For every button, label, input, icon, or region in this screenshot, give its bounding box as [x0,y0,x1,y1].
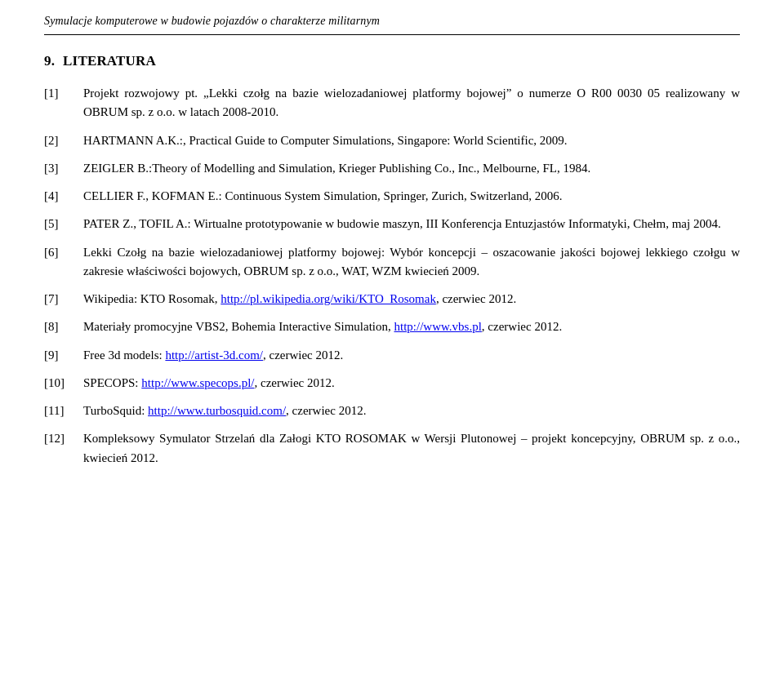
ref-content-8: Materiały promocyjne VBS2, Bohemia Inter… [83,317,740,336]
ref-content-4: CELLIER F., KOFMAN E.: Continuous System… [83,187,740,206]
ref-number-10: [10] [44,374,83,393]
reference-item-4: [4] CELLIER F., KOFMAN E.: Continuous Sy… [44,187,740,206]
ref-11-link[interactable]: http://www.turbosquid.com/ [148,404,286,417]
reference-item-7: [7] Wikipedia: KTO Rosomak, http://pl.wi… [44,290,740,308]
ref-number-7: [7] [44,290,83,308]
ref-content-2: HARTMANN A.K.:, Practical Guide to Compu… [83,131,740,150]
ref-number-8: [8] [44,317,83,336]
ref-10-after: , czerwiec 2012. [254,376,334,389]
ref-7-before: Wikipedia: KTO Rosomak, [83,292,220,305]
ref-content-7: Wikipedia: KTO Rosomak, http://pl.wikipe… [83,290,740,308]
ref-7-link[interactable]: http://pl.wikipedia.org/wiki/KTO_Rosomak [220,292,436,305]
ref-content-1: Projekt rozwojowy pt. „Lekki czołg na ba… [83,84,740,122]
reference-item-11: [11] TurboSquid: http://www.turbosquid.c… [44,402,740,420]
references-list: [1] Projekt rozwojowy pt. „Lekki czołg n… [44,84,740,468]
reference-item-9: [9] Free 3d models: http://artist-3d.com… [44,346,740,365]
ref-content-9: Free 3d models: http://artist-3d.com/, c… [83,346,740,365]
ref-content-12: Kompleksowy Symulator Strzelań dla Załog… [83,429,740,468]
ref-number-5: [5] [44,215,83,233]
ref-number-11: [11] [44,402,83,420]
ref-number-4: [4] [44,187,83,206]
section-title: 9.LITERATURA [44,53,740,69]
section-label: LITERATURA [63,53,156,69]
ref-number-6: [6] [44,243,83,262]
reference-item-5: [5] PATER Z., TOFIL A.: Wirtualne protot… [44,215,740,233]
ref-11-after: , czerwiec 2012. [286,404,366,417]
ref-number-1: [1] [44,84,83,103]
ref-9-before: Free 3d models: [83,348,165,362]
ref-number-9: [9] [44,346,83,365]
ref-number-2: [2] [44,131,83,150]
ref-8-before: Materiały promocyjne VBS2, Bohemia Inter… [83,320,394,333]
reference-item-10: [10] SPECOPS: http://www.specops.pl/, cz… [44,374,740,393]
ref-content-6: Lekki Czołg na bazie wielozadaniowej pla… [83,243,740,282]
reference-item-1: [1] Projekt rozwojowy pt. „Lekki czołg n… [44,84,740,122]
ref-8-after: , czerwiec 2012. [482,320,562,333]
reference-item-12: [12] Kompleksowy Symulator Strzelań dla … [44,429,740,468]
ref-number-12: [12] [44,429,83,448]
ref-8-link[interactable]: http://www.vbs.pl [394,320,481,333]
ref-content-10: SPECOPS: http://www.specops.pl/, czerwie… [83,374,740,393]
section-number: 9. [44,53,55,69]
ref-7-after: , czerwiec 2012. [436,292,516,305]
ref-9-after: , czerwiec 2012. [263,348,343,362]
reference-item-6: [6] Lekki Czołg na bazie wielozadaniowej… [44,243,740,282]
reference-item-3: [3] ZEIGLER B.:Theory of Modelling and S… [44,159,740,178]
ref-10-before: SPECOPS: [83,376,141,389]
ref-11-before: TurboSquid: [83,404,148,417]
ref-10-link[interactable]: http://www.specops.pl/ [141,376,254,389]
page-container: Symulacje komputerowe w budowie pojazdów… [0,0,784,688]
reference-item-2: [2] HARTMANN A.K.:, Practical Guide to C… [44,131,740,150]
page-header: Symulacje komputerowe w budowie pojazdów… [44,15,740,35]
ref-9-link[interactable]: http://artist-3d.com/ [165,348,263,362]
ref-number-3: [3] [44,159,83,178]
ref-content-3: ZEIGLER B.:Theory of Modelling and Simul… [83,159,740,178]
page-header-title: Symulacje komputerowe w budowie pojazdów… [44,15,380,28]
reference-item-8: [8] Materiały promocyjne VBS2, Bohemia I… [44,317,740,336]
ref-content-5: PATER Z., TOFIL A.: Wirtualne prototypow… [83,215,740,233]
ref-content-11: TurboSquid: http://www.turbosquid.com/, … [83,402,740,420]
